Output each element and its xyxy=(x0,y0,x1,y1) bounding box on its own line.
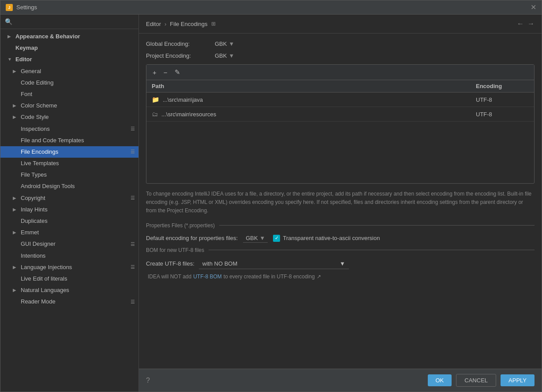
table-row[interactable]: 🗂 ...\src\main\resources UTF-8 xyxy=(146,107,534,122)
close-button[interactable]: ✕ xyxy=(531,3,536,11)
panel-menu-icon[interactable]: ⊞ xyxy=(211,21,216,27)
create-utf8-value: with NO BOM xyxy=(202,260,237,267)
settings-window: J Settings ✕ 🔍 ▶ Appearance & Behavior K… xyxy=(0,0,542,392)
add-button[interactable]: + xyxy=(151,68,158,77)
badge-icon: ☰ xyxy=(131,264,135,270)
global-encoding-label: Global Encoding: xyxy=(146,41,208,47)
path-table: + − ✎ Path Encoding 📁 ...\src\main\java … xyxy=(146,64,535,184)
create-utf8-label: Create UTF-8 files: xyxy=(146,260,194,267)
sidebar-label: File and Code Templates xyxy=(21,137,84,144)
sidebar-item-duplicates[interactable]: Duplicates xyxy=(0,215,138,227)
sidebar-item-inspections[interactable]: Inspections ☰ xyxy=(0,123,138,135)
sidebar-item-font[interactable]: Font xyxy=(0,89,138,100)
utf8-hint-highlight: UTF-8 BOM xyxy=(193,274,222,280)
sidebar-item-live-edit[interactable]: Live Edit of literals xyxy=(0,273,138,285)
default-encoding-value: GBK xyxy=(246,235,258,241)
sidebar-label: Live Templates xyxy=(21,159,59,167)
properties-row: Default encoding for properties files: G… xyxy=(146,234,535,243)
remove-button[interactable]: − xyxy=(162,68,169,77)
footer: ? OK CANCEL APPLY xyxy=(139,369,542,392)
sidebar-item-gui-designer[interactable]: GUI Designer ☰ xyxy=(0,238,138,250)
folder-gray-icon: 🗂 xyxy=(152,111,158,118)
search-input[interactable] xyxy=(15,18,134,25)
sidebar-item-color-scheme[interactable]: ▶ Color Scheme xyxy=(0,100,138,111)
badge-icon: ☰ xyxy=(131,148,135,155)
cancel-button[interactable]: CANCEL xyxy=(456,374,496,387)
sidebar-item-file-types[interactable]: File Types xyxy=(0,169,138,181)
sidebar-label: General xyxy=(21,67,41,75)
sidebar-label: Copyright xyxy=(21,194,45,202)
sidebar-item-natural-languages[interactable]: ▶ Natural Languages xyxy=(0,285,138,296)
chevron-down-icon: ▼ xyxy=(228,52,234,59)
forward-button[interactable]: → xyxy=(527,20,535,28)
sidebar-item-code-style[interactable]: ▶ Code Style xyxy=(0,111,138,123)
help-button[interactable]: ? xyxy=(146,377,150,385)
sidebar-label: File Encodings xyxy=(21,148,58,156)
sidebar-item-code-editing[interactable]: Code Editing xyxy=(0,77,138,89)
expand-arrow: ▶ xyxy=(13,114,18,120)
sidebar-label: Code Style xyxy=(21,113,49,121)
sidebar-item-intentions[interactable]: Intentions xyxy=(0,250,138,262)
info-text: To change encoding IntelliJ IDEA uses fo… xyxy=(146,190,535,215)
main-panel: Editor › File Encodings ⊞ ← → Global Enc… xyxy=(139,15,542,392)
table-row[interactable]: 📁 ...\src\main\java UTF-8 xyxy=(146,92,534,107)
sidebar-label: File Types xyxy=(21,171,47,179)
create-utf8-select[interactable]: with NO BOM ▼ xyxy=(199,259,349,269)
dropdown-arrow-icon: ▼ xyxy=(340,260,345,267)
window-title: Settings xyxy=(16,4,37,11)
transparent-checkbox[interactable]: ✓ Transparent native-to-ascii conversion xyxy=(273,235,380,242)
properties-section-divider: Properties Files (*.properties) xyxy=(146,222,535,229)
sidebar-label: Natural Languages xyxy=(21,286,69,294)
sidebar-item-language-injections[interactable]: ▶ Language Injections ☰ xyxy=(0,262,138,273)
sidebar-item-live-templates[interactable]: Live Templates xyxy=(0,158,138,169)
default-encoding-select[interactable]: GBK ▼ xyxy=(243,234,268,243)
project-encoding-value: GBK xyxy=(215,52,227,59)
sidebar-item-emmet[interactable]: ▶ Emmet xyxy=(0,227,138,238)
sidebar-item-reader-mode[interactable]: Reader Mode ☰ xyxy=(0,296,138,307)
chevron-down-icon: ▼ xyxy=(228,41,234,47)
panel-header: Editor › File Encodings ⊞ ← → xyxy=(139,15,542,33)
sidebar-label: Inlay Hints xyxy=(21,206,48,214)
sidebar-label: GUI Designer xyxy=(21,240,56,248)
project-encoding-label: Project Encoding: xyxy=(146,52,208,59)
col-path-header: Path xyxy=(152,83,476,89)
badge-icon: ☰ xyxy=(131,195,135,201)
sidebar-label: Intentions xyxy=(21,252,45,260)
expand-arrow: ▶ xyxy=(7,33,13,40)
sidebar-item-editor[interactable]: ▼ Editor xyxy=(0,54,138,65)
sidebar-item-file-code-templates[interactable]: File and Code Templates xyxy=(0,135,138,146)
badge-icon: ☰ xyxy=(131,299,135,305)
breadcrumb-editor[interactable]: Editor xyxy=(146,21,161,27)
row-encoding-2: UTF-8 xyxy=(476,111,529,118)
panel-content: Global Encoding: GBK ▼ Project Encoding:… xyxy=(139,33,542,369)
expand-arrow: ▶ xyxy=(13,264,18,270)
sidebar-label: Keymap xyxy=(15,44,38,52)
expand-arrow: ▶ xyxy=(13,195,18,201)
sidebar-item-copyright[interactable]: ▶ Copyright ☰ xyxy=(0,192,138,204)
edit-button[interactable]: ✎ xyxy=(173,67,182,77)
external-link-icon: ↗ xyxy=(317,274,321,280)
utf8-hint-prefix: IDEA will NOT add xyxy=(148,274,191,280)
app-icon: J xyxy=(6,4,13,11)
global-encoding-select[interactable]: GBK ▼ xyxy=(215,41,234,47)
sidebar-item-inlay-hints[interactable]: ▶ Inlay Hints xyxy=(0,204,138,215)
sidebar-label: Code Editing xyxy=(21,79,53,87)
ok-button[interactable]: OK xyxy=(428,374,452,386)
sidebar-item-appearance[interactable]: ▶ Appearance & Behavior xyxy=(0,31,138,42)
table-header: Path Encoding xyxy=(146,80,534,92)
content-area: 🔍 ▶ Appearance & Behavior Keymap ▼ Edito… xyxy=(0,15,542,392)
sidebar-item-keymap[interactable]: Keymap xyxy=(0,42,138,54)
sidebar-item-android-design-tools[interactable]: Android Design Tools xyxy=(0,181,138,192)
project-encoding-select[interactable]: GBK ▼ xyxy=(215,52,234,59)
row-path-1: ...\src\main\java xyxy=(163,96,476,103)
sidebar-item-general[interactable]: ▶ General xyxy=(0,66,138,77)
sidebar-item-file-encodings[interactable]: File Encodings ☰ xyxy=(0,146,138,158)
sidebar-label: Reader Mode xyxy=(21,298,56,306)
search-icon: 🔍 xyxy=(5,18,12,25)
divider-line xyxy=(209,250,535,250)
sidebar-label: Color Scheme xyxy=(21,102,57,110)
row-path-2: ...\src\main\resources xyxy=(161,111,476,118)
apply-button[interactable]: APPLY xyxy=(501,374,535,386)
bom-section-label: BOM for new UTF-8 files xyxy=(146,247,204,253)
back-button[interactable]: ← xyxy=(517,20,524,28)
